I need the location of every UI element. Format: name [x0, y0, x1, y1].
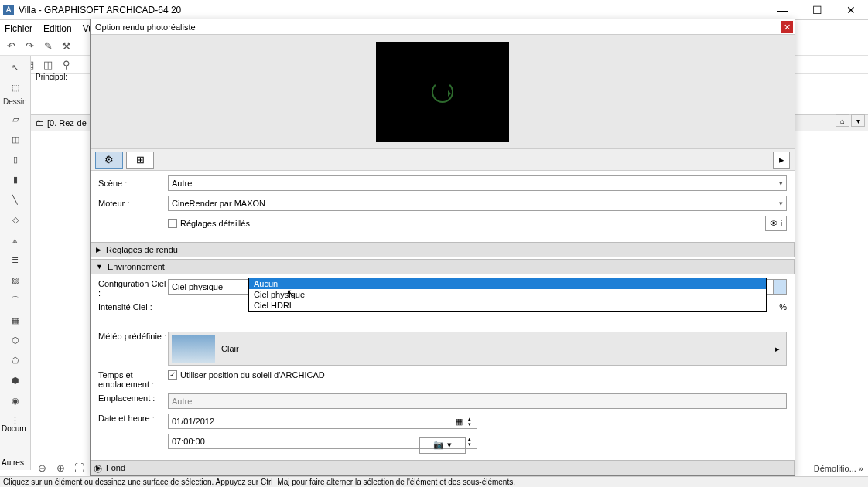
location-label: Emplacement : [98, 393, 168, 403]
dialog-close-button[interactable]: ✕ [781, 21, 793, 33]
engine-select[interactable]: CineRender par MAXON [168, 196, 787, 211]
fit-icon[interactable]: ⛶ [71, 460, 87, 475]
zoom-out-icon[interactable]: ⊖ [34, 460, 50, 475]
detailed-settings-checkbox[interactable] [168, 219, 177, 228]
render-button[interactable]: 📷 ▾ [419, 437, 466, 454]
datetime-label: Date et heure : [98, 414, 168, 423]
scene-select[interactable]: Autre [168, 175, 787, 191]
app-icon: A [3, 5, 14, 15]
mouse-cursor-icon: ↖ [286, 287, 296, 299]
sky-intensity-label: Intensité Ciel : [98, 302, 168, 312]
render-preview [91, 35, 795, 149]
window-tool-icon[interactable]: ▯ [6, 151, 25, 168]
edit-icon[interactable]: ✎ [40, 39, 56, 54]
arrow-tool-icon[interactable]: ↖ [6, 59, 25, 76]
dropdown-item-ciel-physique[interactable]: Ciel physique [249, 289, 766, 300]
chevron-down-icon: ▼ [96, 263, 103, 271]
wall-tool-icon[interactable]: ▱ [6, 111, 25, 128]
status-bar: Cliquez sur un élément ou dessinez une s… [0, 476, 868, 487]
document-panel-label: Docum [2, 424, 26, 433]
principal-label: Principal: [31, 71, 72, 83]
background-label: Fond [106, 463, 125, 472]
use-archicad-sun-label: Utiliser position du soleil d'ARCHICAD [180, 370, 325, 380]
loading-spinner-icon [432, 81, 453, 103]
shell-tool-icon[interactable]: ⌒ [6, 291, 25, 308]
date-up-icon[interactable]: ▴ [464, 416, 475, 421]
calendar-icon[interactable]: ▦ [455, 417, 463, 427]
zoom-in-icon[interactable]: ⊕ [53, 460, 68, 475]
view-icon[interactable]: ◫ [40, 57, 56, 73]
object-tool-icon[interactable]: ⬠ [6, 352, 25, 369]
lamp-tool-icon[interactable]: ◉ [6, 392, 25, 409]
sky-config-label: Configuration Ciel : [98, 279, 168, 298]
dropdown-icon[interactable]: ▾ [851, 114, 865, 127]
minimize-button[interactable]: — [766, 0, 800, 20]
autres-panel-label: Autres [2, 458, 24, 467]
dropdown-item-ciel-hdri[interactable]: Ciel HDRI [249, 300, 766, 311]
time-place-label: Temps et emplacement : [98, 370, 168, 389]
size-tab-button[interactable]: ⊞ [126, 152, 154, 169]
slab-tool-icon[interactable]: ◇ [6, 211, 25, 228]
use-archicad-sun-checkbox[interactable] [168, 370, 177, 380]
settings-tab-button[interactable]: ⚙ [95, 152, 123, 169]
home-view-icon[interactable]: ⌂ [836, 114, 849, 127]
demolition-label[interactable]: Démolitio... » [814, 464, 863, 473]
nav-icon[interactable]: ◎ [90, 460, 105, 475]
environment-section[interactable]: ▼ Environnement [91, 259, 795, 274]
date-down-icon[interactable]: ▾ [464, 421, 475, 427]
sky-config-dropdown: Aucun Ciel physique Ciel HDRI [248, 278, 767, 312]
undo-icon[interactable]: ↶ [3, 39, 19, 54]
close-button[interactable]: ✕ [834, 0, 868, 20]
location-select[interactable]: Autre [168, 393, 787, 409]
curtain-tool-icon[interactable]: ▦ [6, 312, 25, 329]
zone-tool-icon[interactable]: ⬢ [6, 372, 25, 389]
background-section[interactable]: ▶ Fond [91, 460, 795, 475]
date-input[interactable]: 01/01/2012 ▦ ▴▾ [168, 414, 477, 429]
weather-preset-label: Météo prédéfinie : [98, 332, 168, 341]
dropdown-item-aucun[interactable]: Aucun [249, 278, 766, 289]
detailed-settings-label: Réglages détaillés [180, 219, 250, 228]
mesh-tool-icon[interactable]: ▨ [6, 271, 25, 288]
render-settings-label: Réglages de rendu [106, 245, 178, 254]
scene-label: Scène : [98, 179, 168, 188]
weather-thumbnail [172, 335, 215, 363]
render-settings-section[interactable]: ▶ Réglages de rendu [91, 242, 795, 257]
engine-label: Moteur : [98, 199, 168, 208]
menu-fichier[interactable]: Fichier [5, 23, 32, 34]
column-tool-icon[interactable]: ▮ [6, 171, 25, 188]
environment-label: Environnement [108, 262, 165, 271]
tool-icon[interactable]: ⚒ [59, 39, 74, 54]
window-title: Villa - GRAPHISOFT ARCHICAD-64 20 [19, 5, 181, 15]
roof-tool-icon[interactable]: ⟁ [6, 231, 25, 248]
photoreal-render-dialog: Option rendu photoréaliste ✕ ⚙ ⊞ ▸ Scène… [90, 19, 795, 476]
beam-tool-icon[interactable]: ╲ [6, 191, 25, 208]
expand-button[interactable]: ▸ [773, 152, 790, 169]
maximize-button[interactable]: ☐ [800, 0, 834, 20]
dialog-title: Option rendu photoréaliste [95, 22, 196, 32]
door-tool-icon[interactable]: ◫ [6, 131, 25, 148]
menu-edition[interactable]: Edition [43, 23, 72, 34]
weather-value: Clair [221, 344, 239, 353]
folder-icon: 🗀 [36, 118, 44, 128]
wand-icon[interactable]: ⚲ [59, 57, 74, 73]
preview-eye-button[interactable]: 👁 i [765, 216, 787, 231]
percent-label: % [779, 302, 787, 312]
redo-icon[interactable]: ↷ [22, 39, 37, 54]
morph-tool-icon[interactable]: ⬡ [6, 332, 25, 349]
stair-tool-icon[interactable]: ≣ [6, 251, 25, 268]
weather-preset-select[interactable]: Clair [168, 332, 787, 366]
chevron-right-icon: ▶ [96, 246, 101, 254]
dessin-label: Dessin [0, 96, 30, 107]
marquee-tool-icon[interactable]: ⬚ [6, 79, 25, 96]
